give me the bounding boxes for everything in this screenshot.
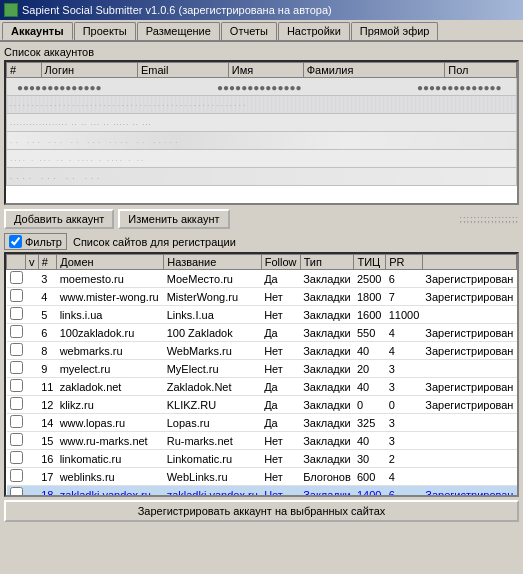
row-name: Lopas.ru <box>164 414 261 432</box>
row-id: 8 <box>38 342 56 360</box>
status-link[interactable]: Зарегистрирован <box>425 489 513 498</box>
row-checkbox[interactable] <box>10 379 23 392</box>
row-checkbox[interactable] <box>10 271 23 284</box>
row-tic: 2500 <box>354 270 386 288</box>
table-row: ········································… <box>7 96 517 114</box>
table-row[interactable]: 18 zakladki.yandex.ru zakladki.yandex.ru… <box>7 486 517 498</box>
register-button[interactable]: Зарегистрировать аккаунт на выбранных са… <box>4 500 519 522</box>
row-id: 6 <box>38 324 56 342</box>
col-login: Логин <box>41 63 137 78</box>
row-checkbox-cell[interactable] <box>7 288 26 306</box>
row-checkbox-cell[interactable] <box>7 414 26 432</box>
row-type: Закладки <box>300 342 354 360</box>
table-row[interactable]: 11 zakladok.net Zakladok.Net Да Закладки… <box>7 378 517 396</box>
table-row[interactable]: 17 weblinks.ru WebLinks.ru Нет Блогонов … <box>7 468 517 486</box>
row-checkbox[interactable] <box>10 433 23 446</box>
edit-account-button[interactable]: Изменить аккаунт <box>118 209 229 229</box>
col-name: Имя <box>228 63 303 78</box>
title-bar: Sapient Social Submitter v1.0.6 (зарегис… <box>0 0 523 20</box>
main-content: Список аккаунтов # Логин Email Имя Фамил… <box>0 42 523 526</box>
row-id: 17 <box>38 468 56 486</box>
sites-table: v # Домен Название Follow Тип ТИЦ PR 3 m… <box>6 254 517 497</box>
row-v <box>26 324 39 342</box>
table-row[interactable]: 12 klikz.ru KLIKZ.RU Да Закладки 0 0 Зар… <box>7 396 517 414</box>
row-checkbox-cell[interactable] <box>7 468 26 486</box>
row-tic: 1400 <box>354 486 386 498</box>
row-checkbox[interactable] <box>10 397 23 410</box>
table-row[interactable]: 14 www.lopas.ru Lopas.ru Да Закладки 325… <box>7 414 517 432</box>
table-row[interactable]: 3 moemesto.ru МоеМесто.ru Да Закладки 25… <box>7 270 517 288</box>
domain-link[interactable]: zakladki.yandex.ru <box>60 489 151 498</box>
row-checkbox[interactable] <box>10 487 23 497</box>
row-type: Закладки <box>300 486 354 498</box>
type-link[interactable]: Закладки <box>303 489 351 498</box>
table-row[interactable]: 16 linkomatic.ru Linkomatic.ru Нет Закла… <box>7 450 517 468</box>
row-follow: Нет <box>261 450 300 468</box>
row-checkbox[interactable] <box>10 361 23 374</box>
col-name: Название <box>164 255 261 270</box>
row-checkbox-cell[interactable] <box>7 396 26 414</box>
row-tic: 20 <box>354 360 386 378</box>
tab-accounts[interactable]: Аккаунты <box>2 22 73 40</box>
row-tic: 40 <box>354 432 386 450</box>
row-name: MisterWong.ru <box>164 288 261 306</box>
row-status <box>422 432 516 450</box>
table-row[interactable]: 5 links.i.ua Links.I.ua Нет Закладки 160… <box>7 306 517 324</box>
row-checkbox[interactable] <box>10 451 23 464</box>
table-row[interactable]: 6 100zakladok.ru 100 Zakladok Да Закладк… <box>7 324 517 342</box>
tab-live[interactable]: Прямой эфир <box>351 22 439 40</box>
row-checkbox[interactable] <box>10 469 23 482</box>
tab-reports[interactable]: Отчеты <box>221 22 277 40</box>
row-checkbox[interactable] <box>10 415 23 428</box>
add-account-button[interactable]: Добавить аккаунт <box>4 209 114 229</box>
filter-checkbox[interactable] <box>9 235 22 248</box>
row-checkbox[interactable] <box>10 289 23 302</box>
row-checkbox-cell[interactable] <box>7 306 26 324</box>
row-checkbox-cell[interactable] <box>7 378 26 396</box>
accounts-table-container[interactable]: # Логин Email Имя Фамилия Пол ··········… <box>4 60 519 205</box>
row-checkbox[interactable] <box>10 307 23 320</box>
row-name: Linkomatic.ru <box>164 450 261 468</box>
row-id: 12 <box>38 396 56 414</box>
tab-placement[interactable]: Размещение <box>137 22 220 40</box>
row-domain: myelect.ru <box>57 360 164 378</box>
row-status: Зарегистрирован <box>422 396 516 414</box>
noisy-data-row <box>7 78 517 96</box>
table-row: ·· ··· ··· ·· ··· ···· ·· ····· <box>7 132 517 150</box>
row-pr: 6 <box>386 270 423 288</box>
row-checkbox-cell[interactable] <box>7 342 26 360</box>
tic-link[interactable]: 1400 <box>357 489 381 498</box>
row-checkbox-cell[interactable] <box>7 360 26 378</box>
table-row[interactable]: 9 myelect.ru MyElect.ru Нет Закладки 20 … <box>7 360 517 378</box>
row-checkbox-cell[interactable] <box>7 486 26 498</box>
row-domain: weblinks.ru <box>57 468 164 486</box>
table-row: ···· ··· ·· ··· <box>7 168 517 186</box>
tab-projects[interactable]: Проекты <box>74 22 136 40</box>
row-checkbox-cell[interactable] <box>7 324 26 342</box>
row-follow: Нет <box>261 486 300 498</box>
tab-settings[interactable]: Настройки <box>278 22 350 40</box>
row-id: 4 <box>38 288 56 306</box>
row-status <box>422 414 516 432</box>
table-row[interactable]: 15 www.ru-marks.net Ru-marks.net Нет Зак… <box>7 432 517 450</box>
table-row[interactable]: 4 www.mister-wong.ru MisterWong.ru Нет З… <box>7 288 517 306</box>
row-status <box>422 468 516 486</box>
row-follow: Нет <box>261 468 300 486</box>
row-id: 18 <box>38 486 56 498</box>
row-status: Зарегистрирован <box>422 324 516 342</box>
row-pr: 2 <box>386 450 423 468</box>
sites-table-container[interactable]: v # Домен Название Follow Тип ТИЦ PR 3 m… <box>4 252 519 497</box>
row-status: Зарегистрирован <box>422 288 516 306</box>
row-checkbox[interactable] <box>10 325 23 338</box>
sites-label: Список сайтов для регистрации <box>73 236 236 248</box>
row-v <box>26 486 39 498</box>
row-checkbox-cell[interactable] <box>7 270 26 288</box>
row-checkbox-cell[interactable] <box>7 450 26 468</box>
name-link[interactable]: zakladki.yandex.ru <box>167 489 258 498</box>
row-v <box>26 414 39 432</box>
row-follow: Нет <box>261 360 300 378</box>
row-checkbox-cell[interactable] <box>7 432 26 450</box>
table-row[interactable]: 8 webmarks.ru WebMarks.ru Нет Закладки 4… <box>7 342 517 360</box>
title-text: Sapient Social Submitter v1.0.6 (зарегис… <box>22 4 332 16</box>
row-checkbox[interactable] <box>10 343 23 356</box>
